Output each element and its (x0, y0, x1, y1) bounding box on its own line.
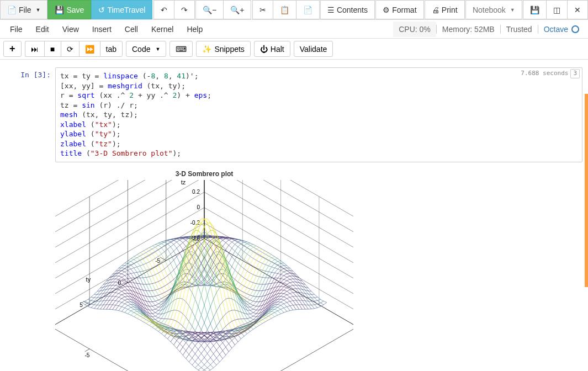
scroll-indicator[interactable] (585, 94, 588, 287)
caret-down-icon: ▼ (510, 7, 515, 13)
menu-edit[interactable]: Edit (29, 22, 56, 37)
top-toolbar: 📄 File ▼ 💾 Save ↺ TimeTravel ↶ ↷ 🔍− 🔍+ ✂… (0, 0, 588, 20)
stop-icon: ■ (50, 45, 55, 54)
timetravel-label: TimeTravel (107, 6, 145, 14)
split-icon: ◫ (553, 6, 560, 14)
save-button[interactable]: 💾 Save (47, 0, 91, 19)
paste-icon: 📄 (303, 6, 312, 14)
close-button[interactable]: ✕ (567, 0, 588, 19)
menu-help[interactable]: Help (180, 22, 209, 37)
restart-button[interactable]: ⟳ (61, 41, 79, 57)
notebook-dropdown[interactable]: Notebook ▼ (465, 0, 522, 19)
contents-label: Contents (337, 6, 368, 14)
svg-line-23 (55, 180, 204, 219)
split-button[interactable]: ◫ (546, 0, 567, 19)
menu-view[interactable]: View (56, 22, 86, 37)
copy-button[interactable]: 📋 (273, 0, 296, 19)
cell-timing: 7.688 seconds (521, 70, 568, 78)
list-icon: ☰ (327, 6, 335, 14)
cell-output: 3-D Sombrero plot -0.4-0.200.20.40.60.81… (55, 165, 582, 371)
svg-line-28 (85, 349, 89, 352)
menu-kernel[interactable]: Kernel (145, 22, 180, 37)
tab-button[interactable]: tab (100, 41, 123, 57)
svg-line-19 (204, 180, 353, 234)
svg-text:tz: tz (181, 180, 186, 186)
caret-down-icon: ▼ (36, 7, 41, 13)
contents-button[interactable]: ☰ Contents (320, 0, 375, 19)
history-icon: ↺ (98, 6, 105, 14)
undo-button[interactable]: ↶ (153, 0, 174, 19)
notebook-label: Notebook (473, 6, 506, 14)
svg-line-20 (55, 180, 204, 234)
menu-cell[interactable]: Cell (118, 22, 145, 37)
kernel-idle-icon (571, 25, 579, 33)
run-all-button[interactable]: ⏩ (79, 41, 100, 57)
memory-status: Memory: 52MB (436, 25, 500, 34)
celltype-dropdown[interactable]: Code ▼ (126, 41, 166, 57)
power-icon: ⏻ (260, 45, 268, 54)
file-icon: 📄 (7, 6, 17, 14)
svg-line-50 (121, 279, 128, 283)
svg-line-22 (204, 180, 353, 219)
insert-cell-button[interactable]: + (3, 41, 22, 57)
validate-button[interactable]: Validate (294, 41, 333, 57)
undo-icon: ↶ (161, 6, 167, 14)
notebook-area[interactable]: In [3]: 7.688 seconds3tx = ty = linspace… (0, 60, 588, 371)
caret-down-icon: ▼ (155, 46, 160, 52)
keyboard-icon: ⌨ (176, 45, 187, 54)
run-button[interactable]: ⏭ (25, 41, 44, 57)
menu-file[interactable]: File (3, 22, 29, 37)
input-prompt: In [3]: (6, 67, 55, 162)
cell-meta: 7.688 seconds3 (521, 69, 580, 78)
menu-bar: File Edit View Insert Cell Kernel Help C… (0, 20, 588, 39)
cut-icon: ✂ (259, 6, 266, 14)
svg-line-14 (55, 180, 204, 265)
refresh-icon: ⟳ (67, 45, 73, 54)
plot-title: 3-D Sombrero plot (55, 170, 353, 178)
zoom-in-icon: 🔍+ (230, 6, 244, 14)
zoom-out-icon: 🔍− (203, 6, 216, 14)
celltype-label: Code (132, 45, 150, 54)
timetravel-button[interactable]: ↺ TimeTravel (91, 0, 152, 19)
magic-icon: ✨ (202, 45, 211, 54)
svg-line-13 (204, 180, 353, 265)
code-editor[interactable]: 7.688 seconds3tx = ty = linspace (-8, 8,… (55, 67, 582, 162)
paste-button[interactable]: 📄 (296, 0, 320, 19)
keyboard-button[interactable]: ⌨ (169, 41, 193, 57)
redo-icon: ↷ (181, 6, 188, 14)
sombrero-plot: -0.4-0.200.20.40.60.81-10-50510-10-50510… (55, 180, 353, 371)
halt-button[interactable]: ⏻ Halt (254, 41, 290, 57)
snippets-button[interactable]: ✨ Snippets (196, 41, 250, 57)
file-label: File (19, 6, 31, 14)
print-icon: 🖨 (432, 6, 439, 14)
code-cell[interactable]: In [3]: 7.688 seconds3tx = ty = linspace… (6, 67, 582, 162)
format-icon: ⚙ (383, 6, 390, 14)
save-label: Save (66, 6, 84, 14)
menu-insert[interactable]: Insert (86, 22, 118, 37)
redo-button[interactable]: ↷ (174, 0, 195, 19)
print-label: Print (442, 6, 458, 14)
format-button[interactable]: ⚙ Format (375, 0, 423, 19)
svg-text:0: 0 (197, 204, 200, 210)
svg-line-47 (160, 257, 166, 261)
kernel-status[interactable]: Octave (538, 25, 585, 34)
zoom-out-button[interactable]: 🔍− (195, 0, 223, 19)
stop-button[interactable]: ■ (44, 41, 61, 57)
halt-label: Halt (271, 45, 284, 54)
file-dropdown[interactable]: 📄 File ▼ (0, 0, 47, 19)
zoom-in-button[interactable]: 🔍+ (223, 0, 251, 19)
svg-text:-5: -5 (84, 352, 89, 358)
snippets-label: Snippets (214, 45, 244, 54)
copy-icon: 📋 (280, 6, 289, 14)
cut-button[interactable]: ✂ (252, 0, 273, 19)
print-button[interactable]: 🖨 Print (425, 0, 465, 19)
save-alt-button[interactable]: 💾 (523, 0, 546, 19)
cell-index: 3 (570, 69, 580, 78)
status-group: CPU: 0% Memory: 52MB Trusted Octave (393, 22, 585, 37)
kernel-name: Octave (544, 25, 568, 34)
trusted-status[interactable]: Trusted (500, 25, 538, 34)
plus-icon: + (9, 43, 15, 55)
step-icon: ⏭ (31, 45, 39, 54)
cpu-status: CPU: 0% (393, 22, 436, 37)
format-label: Format (392, 6, 416, 14)
